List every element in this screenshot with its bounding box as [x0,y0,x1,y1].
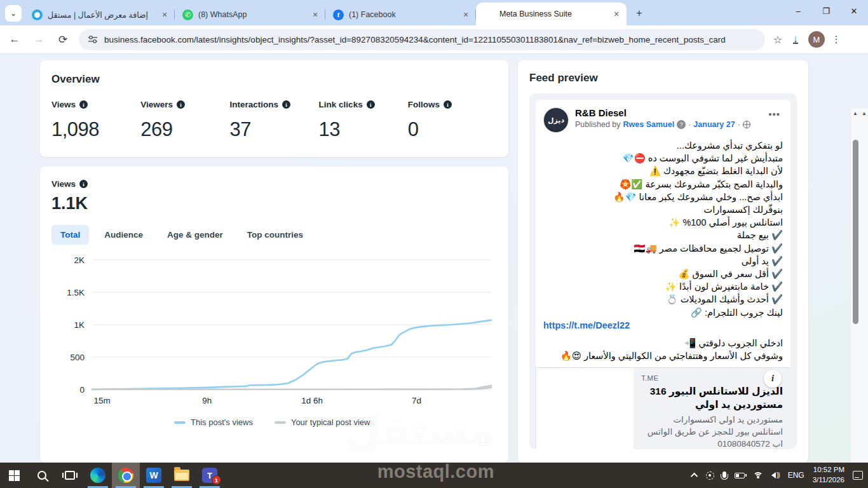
post-text-line: ✔️ بيع جملة [543,229,783,241]
start-button[interactable] [0,463,28,488]
bookmark-star-icon[interactable]: ☆ [769,30,787,48]
window-minimize-button[interactable]: – [784,0,812,22]
overview-metrics: Viewsi1,098Viewersi269Interactionsi37Lin… [51,100,497,141]
question-badge-icon[interactable]: ? [677,120,686,129]
address-bar[interactable]: business.facebook.com/latest/insights/ob… [79,29,765,50]
browser-menu-icon[interactable]: ⋮ [829,32,844,47]
post-text-line: ✔️ خامة مابتغيرش لون أبدًا ✨ [543,280,783,293]
tab-close-icon[interactable]: ✕ [461,10,471,20]
chart-tab-top-countries[interactable]: Top countries [238,225,312,245]
action-center-icon[interactable] [853,471,863,480]
tab-search-button[interactable]: ⌄ [5,5,22,22]
post-menu-icon[interactable]: ••• [766,107,783,121]
taskbar-explorer-button[interactable] [168,463,196,488]
forward-button[interactable]: → [29,30,48,49]
page-avatar: ديزل [543,107,569,133]
svg-text:15m: 15m [94,396,111,405]
info-icon[interactable]: i [79,100,88,109]
browser-profile-avatar[interactable]: M [808,31,825,48]
wifi-icon[interactable] [753,472,763,479]
chrome-icon [118,468,133,483]
svg-text:0: 0 [79,385,85,395]
link-info-button[interactable]: i [764,370,782,388]
taskbar-clock[interactable]: 10:52 PM 3/11/2026 [813,465,844,485]
word-icon: W [146,468,161,483]
volume-icon[interactable]: )) [771,472,780,478]
feed-preview-card: Feed preview ديزل R&B Diesel Published b… [518,60,808,463]
browser-tab-1[interactable]: إضافة معرض الأعمال | مستقل✕ [24,4,175,25]
link-title: الديزل للاستانلس البيور 316 مستوردين يد … [641,384,783,411]
tab-title: (1) Facebook [349,10,457,19]
info-icon[interactable]: i [367,100,375,109]
tab-close-icon[interactable]: ✕ [611,9,621,19]
microphone-icon[interactable] [722,473,726,478]
feed-preview-container: ديزل R&B Diesel Published by Rwes Samuel… [529,93,797,449]
language-indicator[interactable]: ENG [788,471,804,480]
tab-close-icon[interactable]: ✕ [310,10,320,20]
svg-text:2K: 2K [74,255,85,265]
post-author-link[interactable]: Rwes Samuel [623,120,675,129]
svg-text:500: 500 [70,353,85,362]
feed-preview-title: Feed preview [529,72,797,85]
metric-label: Follows [408,100,440,109]
tab-close-icon[interactable]: ✕ [159,10,170,20]
browser-tab-4[interactable]: ∞Meta Business Suite✕ [476,3,627,25]
info-icon[interactable]: i [282,100,290,109]
browser-toolbar: ← → ⟳ business.facebook.com/latest/insig… [0,25,868,54]
taskbar-teams-button[interactable]: T 1 [196,463,224,488]
hidden-icons-chevron[interactable] [693,473,698,478]
downloads-icon[interactable]: ↓ [787,30,804,48]
window-restore-button[interactable]: ❐ [812,0,840,22]
post-text-line: متبدأيش غير لما تشوفي البوست ده ⛔💎 [543,152,783,165]
facebook-icon: f [333,10,344,20]
scrollbar-thumb[interactable] [853,140,858,324]
post-text: لو بتفكري تبدأي مشروعك...متبدأيش غير لما… [536,137,790,367]
info-icon[interactable]: i [177,100,185,109]
teams-icon: T 1 [202,468,217,483]
overview-card: Overview Viewsi1,098Viewersi269Interacti… [40,60,508,157]
chart-tab-audience[interactable]: Audience [95,225,152,245]
post-text-line: ✔️ أقل سعر في السوق 💰 [543,268,783,280]
views-info-icon[interactable]: i [79,180,88,188]
post-date-link[interactable]: January 27 [693,120,735,129]
chart-tab-age-gender[interactable]: Age & gender [158,225,232,245]
new-tab-button[interactable]: + [632,6,646,20]
clock-date: 3/11/2026 [813,475,844,485]
taskbar-edge-button[interactable] [84,463,112,488]
telegram-link[interactable]: https://t.me/Deezl22 [543,319,783,332]
link-preview-image [536,368,634,449]
post-text-line: لو بتفكري تبدأي مشروعك... [543,139,783,152]
browser-tabs: إضافة معرض الأعمال | مستقل✕✆(8) WhatsApp… [24,0,627,25]
taskbar-word-button[interactable]: W [140,463,168,488]
metric-value: 13 [319,118,408,141]
post-page-name[interactable]: R&B Diesel [575,107,766,118]
legend-swatch [174,421,186,424]
taskbar-search-button[interactable] [28,463,56,488]
link-preview-card[interactable]: T.ME الديزل للاستانلس البيور 316 مستوردي… [536,367,790,449]
metric-label: Link clicks [319,100,363,109]
metric-link-clicks: Link clicksi13 [319,100,408,141]
browser-tab-3[interactable]: f(1) Facebook✕ [325,4,476,25]
post-text-line: وشوفي كل الأسعار وهتتفاجئي من الكواليتي … [543,349,783,362]
post-text-line: ابدأي صح... وخلي مشروعك يكبر معانا 💎🔥 [543,191,783,203]
back-button[interactable]: ← [5,30,24,49]
reload-button[interactable]: ⟳ [53,30,72,49]
task-view-button[interactable] [56,463,84,488]
post-text-line: لينك جروب التلجرام: 🔗 [543,306,783,319]
screen-record-icon[interactable] [706,471,714,480]
site-settings-icon[interactable] [88,34,98,44]
views-label: Views [51,179,76,189]
browser-tab-2[interactable]: ✆(8) WhatsApp✕ [175,4,325,25]
window-close-button[interactable]: ✕ [840,0,868,22]
teams-notification-badge: 1 [212,475,221,485]
metric-value: 269 [140,118,229,141]
taskbar-chrome-button[interactable] [112,463,140,488]
page-scrollbar[interactable]: ▲▲ ▼▼ [850,108,868,488]
metric-value: 1,098 [51,118,140,141]
chart-tab-total[interactable]: Total [51,225,89,245]
scroll-up-arrows[interactable]: ▲▲ [853,111,868,116]
info-icon[interactable]: i [444,100,452,109]
whatsapp-icon: ✆ [182,10,193,20]
metric-views: Viewsi1,098 [51,100,140,141]
battery-icon[interactable] [735,473,745,478]
